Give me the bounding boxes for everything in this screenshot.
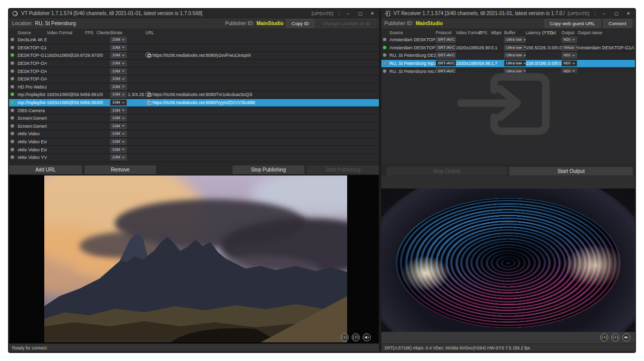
output-dropdown[interactable]: NDI	[561, 52, 577, 58]
publisher-source-row[interactable]: DESKTOP-OAJD3... 10M	[9, 75, 379, 83]
buffer-dropdown[interactable]: Ultra low	[504, 45, 526, 51]
receiver-channel-row[interactable]: RU, St Petersburg mp://mpla... SRT-AVC U…	[381, 67, 635, 73]
publisher-titlebar[interactable]: VT Publisher 1.7.1.574 [5/40 channels, t…	[9, 9, 379, 18]
receiver-titlebar[interactable]: VT Receiver 1.7.1.574 [3/40 channels, ti…	[381, 9, 635, 18]
publisher-source-row[interactable]: vMix Video Exter... 10M	[9, 146, 379, 154]
receiver-close-button[interactable]: ✕	[625, 11, 632, 16]
publisher-source-row[interactable]: OBS-Camera 10M	[9, 107, 379, 115]
buffer-dropdown[interactable]: Ultra low	[504, 37, 526, 43]
receiver-logo-watermark	[452, 73, 552, 143]
bitrate-dropdown[interactable]: 10M	[110, 92, 127, 98]
bitrate-dropdown[interactable]: 10M	[110, 154, 127, 160]
receiver-channel-row[interactable]: RU, St Petersburg mp://mpla... SRT-AVC 1…	[381, 60, 635, 68]
publisher-source-row[interactable]: vMix Video Exter... 10M	[9, 138, 379, 146]
bitrate-dropdown[interactable]: 10M	[110, 76, 127, 82]
bitrate-dropdown[interactable]: 10M	[110, 100, 127, 106]
output-dropdown[interactable]: NDI	[561, 37, 577, 43]
protocol-dropdown[interactable]: SRT-AVC	[436, 60, 456, 66]
mute-button[interactable]	[363, 333, 371, 341]
stop-publishing-button[interactable]: Stop Publishing	[232, 165, 304, 174]
publisher-source-row[interactable]: DESKTOP-OAJD3... 10M	[9, 67, 379, 75]
bitrate-dropdown[interactable]: 10M	[110, 52, 127, 58]
fullscreen-monitor1-button[interactable]: [1]	[341, 333, 349, 341]
output-dropdown[interactable]: NDI	[561, 68, 577, 73]
start-output-button[interactable]: Start Output	[509, 167, 633, 175]
bitrate-dropdown[interactable]: 10M	[110, 147, 127, 153]
publisher-source-row[interactable]: mp://mplaylist-001 1920x1080@59.94iT 4ch…	[9, 99, 379, 107]
publisher-source-row[interactable]: DESKTOP-G1A7... 1920x1080@29.97p 4ch 29.…	[9, 52, 379, 60]
fps-value: 59.96	[479, 61, 491, 66]
publisher-source-row[interactable]: DESKTOP-G1A7... 10M	[9, 44, 379, 52]
publisher-source-row[interactable]: mp://mplaylist 1920x1080@59.94iT 4ch 59.…	[9, 91, 379, 99]
buffer-dropdown[interactable]: Ultra low	[504, 52, 526, 58]
bitrate-dropdown[interactable]: 10M	[110, 60, 127, 66]
add-url-button[interactable]: Add URL	[9, 165, 82, 174]
titlebar-separator: |	[338, 11, 340, 16]
receiver-channel-row[interactable]: RU, St Petersburg DESKTOP-... SRT-AVC Ul…	[381, 52, 635, 60]
receiver-channel-row[interactable]: Amsterdam DESKTOP-G1A7... SRT-AVC 1920x1…	[381, 44, 635, 52]
buffer-dropdown[interactable]: Ultra low	[504, 60, 526, 66]
connect-button[interactable]: Connect	[603, 19, 632, 28]
chevron-down-icon	[122, 55, 125, 56]
col-bitrate: Bitrate	[110, 30, 128, 35]
fullscreen-monitor1-button[interactable]: [1]	[600, 333, 608, 341]
source-status-dot	[11, 148, 14, 151]
receiver-channel-row[interactable]: Amsterdam DESKTOP-G1A7... SRT-AVC Ultra …	[381, 36, 635, 44]
fullscreen-monitor2-button[interactable]: [2]	[611, 333, 619, 341]
copy-url-icon[interactable]: https://rtc08.medialooks.net:8080/7vr1ok…	[145, 92, 152, 98]
source-status-dot	[11, 155, 14, 159]
speaker-muted-icon	[624, 335, 629, 340]
publish-url[interactable]: https://rtc08.medialooks.net:8080/y2xvlF…	[152, 53, 379, 58]
bitrate-dropdown[interactable]: 10M	[110, 84, 127, 90]
receiver-minimize-button[interactable]: –	[601, 11, 608, 16]
protocol-dropdown[interactable]: SRT-AVC	[436, 52, 456, 58]
bitrate-dropdown[interactable]: 10M	[110, 115, 127, 121]
bitrate-dropdown[interactable]: 10M	[110, 131, 127, 137]
publisher-minimize-button[interactable]: –	[345, 11, 352, 16]
fullscreen-monitor2-button[interactable]: [2]	[352, 333, 360, 341]
publisher-source-row[interactable]: vMix Video YV12 10M	[9, 154, 379, 162]
copy-url-icon[interactable]: https://rtc08.medialooks.net:8080/y2xvlF…	[145, 52, 152, 59]
publisher-source-row[interactable]: DeckLink 4K Extr... 10M	[9, 36, 379, 44]
publisher-source-row[interactable]: Screen:Generic P... 10M	[9, 123, 379, 131]
channel-status-dot	[383, 46, 386, 49]
lost-value: 0.0/0.00%	[548, 45, 561, 50]
receiver-update-link[interactable]: [UPDATE]	[568, 11, 589, 16]
output-dropdown[interactable]: Virtua	[561, 45, 578, 51]
publish-url[interactable]: https://rtc08.medialooks.net:8080/7vr1ok…	[152, 92, 379, 97]
mute-button[interactable]	[622, 333, 630, 341]
channel-source-name: RU, St Petersburg mp://mpla...	[389, 61, 436, 66]
receiver-preview-gap	[381, 176, 635, 189]
publish-url[interactable]: https://rtc08.medialooks.net:8080/VyymZD…	[152, 100, 379, 105]
publisher-source-row[interactable]: DESKTOP-OAJD3... 10M	[9, 60, 379, 68]
chevron-down-icon	[572, 70, 575, 72]
bitrate-dropdown[interactable]: 10M	[110, 37, 127, 43]
chevron-down-icon	[122, 102, 125, 104]
copy-web-guest-url-button[interactable]: Copy web guest URL	[544, 19, 601, 28]
publisher-source-row[interactable]: vMix Video 10M	[9, 130, 379, 138]
bitrate-dropdown[interactable]: 10M	[110, 45, 127, 51]
publisher-maximize-button[interactable]: ▢	[357, 11, 364, 16]
source-status-dot	[11, 46, 14, 49]
publisher-source-row[interactable]: Screen:Generic P... 10M	[9, 115, 379, 123]
bitrate-dropdown[interactable]: 10M	[110, 139, 127, 145]
copy-id-button[interactable]: Copy ID	[286, 19, 314, 28]
publisher-close-button[interactable]: ✕	[369, 11, 376, 16]
channel-status-dot	[383, 38, 386, 41]
receiver-maximize-button[interactable]: ▢	[613, 11, 620, 16]
publisher-update-link[interactable]: [UPDATE]	[311, 11, 333, 16]
source-status-dot	[11, 93, 14, 96]
protocol-dropdown[interactable]: SRT-AVC	[436, 37, 456, 43]
bitrate-dropdown[interactable]: 10M	[110, 68, 127, 74]
bitrate-dropdown[interactable]: 10M	[110, 108, 127, 114]
bitrate-dropdown[interactable]: 10M	[110, 123, 127, 129]
protocol-dropdown[interactable]: SRT-AVC	[436, 45, 456, 51]
buffer-dropdown[interactable]: Ultra low	[504, 68, 526, 73]
output-dropdown[interactable]: NDI	[561, 60, 577, 66]
publisher-id-value: MainStudio	[257, 21, 284, 26]
copy-url-icon[interactable]: https://rtc08.medialooks.net:8080/VyymZD…	[145, 100, 152, 106]
remove-button[interactable]: Remove	[85, 165, 156, 174]
protocol-dropdown[interactable]: SRT-AVC	[436, 68, 456, 73]
change-location-button: Change Location or ID	[317, 19, 376, 28]
publisher-source-row[interactable]: HD Pro Webcam... 10M	[9, 83, 379, 92]
